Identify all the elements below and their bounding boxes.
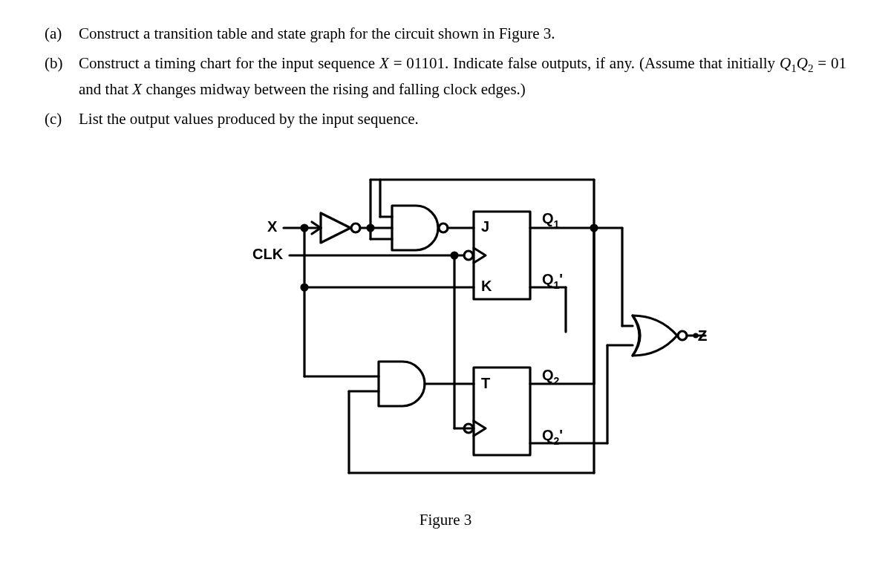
problem-a-letter: (a): [45, 22, 79, 45]
label-clk: CLK: [252, 246, 284, 262]
figure-3: X J K Q1: [45, 154, 846, 531]
label-j: J: [481, 218, 489, 235]
problem-b: (b) Construct a timing chart for the inp…: [45, 52, 846, 100]
label-z-out: Z: [698, 327, 707, 344]
problem-b-text: Construct a timing chart for the input s…: [79, 52, 846, 100]
label-x: X: [267, 218, 278, 235]
label-t: T: [481, 375, 490, 391]
svg-point-4: [439, 223, 448, 232]
svg-point-42: [678, 331, 687, 340]
problem-c-letter: (c): [45, 108, 79, 130]
figure-caption: Figure 3: [45, 509, 846, 531]
problem-c-text: List the output values produced by the i…: [79, 108, 419, 130]
problem-a: (a) Construct a transition table and sta…: [45, 22, 846, 45]
label-k: K: [481, 278, 492, 294]
svg-point-1: [351, 223, 360, 232]
circuit-diagram: X J K Q1: [178, 154, 713, 503]
problem-b-letter: (b): [45, 52, 79, 100]
svg-point-13: [464, 251, 473, 260]
problem-a-text: Construct a transition table and state g…: [79, 22, 555, 45]
problem-c: (c) List the output values produced by t…: [45, 108, 846, 130]
